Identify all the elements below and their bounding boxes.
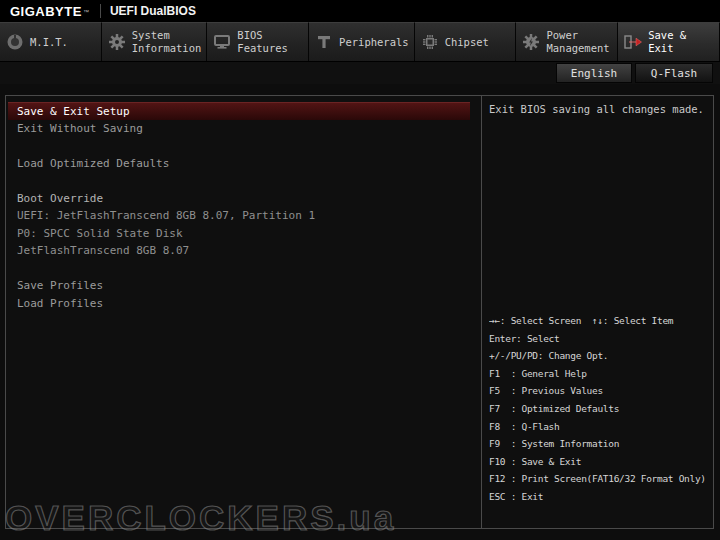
menu-item-load-optimized-defaults[interactable]: Load Optimized Defaults — [8, 155, 481, 173]
product-title: UEFI DualBIOS — [110, 4, 196, 18]
menu-item-exit-without-saving[interactable]: Exit Without Saving — [8, 120, 481, 138]
language-button[interactable]: English — [556, 63, 632, 83]
qflash-button[interactable]: Q-Flash — [635, 63, 713, 83]
tab-chipset[interactable]: Chipset — [415, 22, 517, 61]
hotkey-line: F10 : Save & Exit — [489, 453, 711, 471]
tab-system-information[interactable]: System Information — [102, 22, 208, 61]
save-exit-arrow-icon — [623, 32, 643, 52]
tab-label: System Information — [132, 29, 202, 54]
boot-override-title: Boot Override — [8, 190, 481, 208]
boot-override-option-uefi-jetflash[interactable]: UEFI: JetFlashTranscend 8GB 8.07, Partit… — [8, 207, 481, 225]
system-information-gear-icon — [107, 32, 127, 52]
sub-toolbar: English Q-Flash — [0, 62, 720, 84]
topbar-divider — [100, 4, 101, 18]
hotkey-line: +/-/PU/PD: Change Opt. — [489, 347, 711, 365]
content-frame: Save & Exit Setup Exit Without Saving Lo… — [5, 95, 714, 529]
hotkey-line: →←: Select Screen ↑↓: Select Item — [489, 312, 711, 330]
hotkey-line: ESC : Exit — [489, 488, 711, 506]
hotkey-line: F5 : Previous Values — [489, 382, 711, 400]
menu-pane: Save & Exit Setup Exit Without Saving Lo… — [6, 96, 481, 528]
hotkey-line: F9 : System Information — [489, 435, 711, 453]
tab-mit[interactable]: M.I.T. — [0, 22, 102, 61]
power-management-gear-icon — [521, 32, 541, 52]
hotkey-line: F1 : General Help — [489, 365, 711, 383]
tab-power-management[interactable]: Power Management — [516, 22, 618, 61]
tab-label: Power Management — [546, 29, 612, 54]
menu-item-save-profiles[interactable]: Save Profiles — [8, 277, 481, 295]
tab-label: Peripherals — [339, 36, 409, 49]
bios-features-monitor-icon — [212, 32, 232, 52]
top-brand-bar: GIGABYTE™ UEFI DualBIOS — [0, 0, 720, 22]
menu-item-save-exit-setup[interactable]: Save & Exit Setup — [8, 102, 470, 120]
tab-label: Chipset — [445, 36, 489, 49]
tab-label: Save & Exit — [648, 29, 714, 54]
peripherals-tool-icon — [314, 32, 334, 52]
bios-screen: GIGABYTE™ UEFI DualBIOS M.I.T. — [0, 0, 720, 540]
tab-bar: M.I.T. System Information — [0, 22, 720, 62]
trademark-symbol: ™ — [82, 8, 91, 15]
item-description: Exit BIOS saving all changes made. — [482, 96, 713, 117]
mit-knob-icon — [5, 32, 25, 52]
chipset-chip-icon — [420, 32, 440, 52]
gigabyte-logo: GIGABYTE — [0, 4, 82, 19]
help-pane: Exit BIOS saving all changes made. →←: S… — [481, 96, 713, 528]
hotkey-line: F12 : Print Screen(FAT16/32 Format Only) — [489, 470, 711, 488]
tab-bios-features[interactable]: BIOS Features — [207, 22, 309, 61]
boot-override-option-spcc-ssd[interactable]: P0: SPCC Solid State Disk — [8, 225, 481, 243]
tab-save-exit[interactable]: Save & Exit — [618, 22, 720, 61]
menu-item-load-profiles[interactable]: Load Profiles — [8, 295, 481, 313]
tab-peripherals[interactable]: Peripherals — [309, 22, 415, 61]
tab-label: M.I.T. — [30, 36, 68, 49]
hotkey-line: F7 : Optimized Defaults — [489, 400, 711, 418]
hotkey-legend: →←: Select Screen ↑↓: Select Item Enter:… — [489, 312, 711, 506]
hotkey-line: F8 : Q-Flash — [489, 418, 711, 436]
boot-override-option-jetflash[interactable]: JetFlashTranscend 8GB 8.07 — [8, 242, 481, 260]
tab-label: BIOS Features — [237, 29, 303, 54]
hotkey-line: Enter: Select — [489, 330, 711, 348]
